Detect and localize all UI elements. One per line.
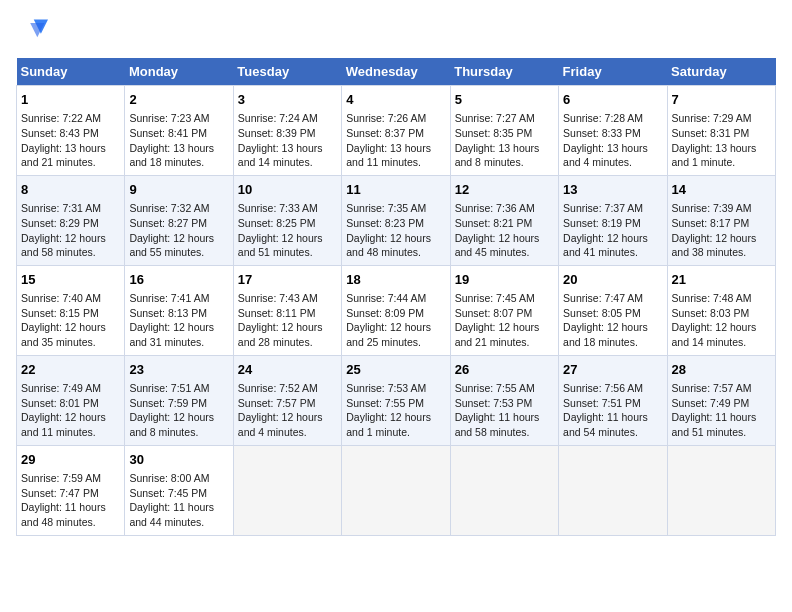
- day-info: Sunset: 8:35 PM: [455, 126, 554, 141]
- calendar-cell: [450, 445, 558, 535]
- calendar-cell: 3Sunrise: 7:24 AMSunset: 8:39 PMDaylight…: [233, 86, 341, 176]
- day-info: and 54 minutes.: [563, 425, 662, 440]
- calendar-cell: 12Sunrise: 7:36 AMSunset: 8:21 PMDayligh…: [450, 175, 558, 265]
- day-info: Sunrise: 7:55 AM: [455, 381, 554, 396]
- calendar-cell: 30Sunrise: 8:00 AMSunset: 7:45 PMDayligh…: [125, 445, 233, 535]
- calendar-cell: 17Sunrise: 7:43 AMSunset: 8:11 PMDayligh…: [233, 265, 341, 355]
- day-info: Daylight: 12 hours: [238, 320, 337, 335]
- day-info: Sunset: 8:21 PM: [455, 216, 554, 231]
- day-info: Daylight: 13 hours: [129, 141, 228, 156]
- day-info: Daylight: 13 hours: [238, 141, 337, 156]
- day-info: Sunrise: 7:22 AM: [21, 111, 120, 126]
- day-info: Daylight: 12 hours: [455, 320, 554, 335]
- calendar-cell: 7Sunrise: 7:29 AMSunset: 8:31 PMDaylight…: [667, 86, 775, 176]
- day-info: Sunrise: 7:59 AM: [21, 471, 120, 486]
- day-info: Sunrise: 7:32 AM: [129, 201, 228, 216]
- calendar-row: 8Sunrise: 7:31 AMSunset: 8:29 PMDaylight…: [17, 175, 776, 265]
- day-info: and 1 minute.: [672, 155, 771, 170]
- day-info: Sunrise: 7:43 AM: [238, 291, 337, 306]
- calendar-cell: 29Sunrise: 7:59 AMSunset: 7:47 PMDayligh…: [17, 445, 125, 535]
- day-info: Sunrise: 7:48 AM: [672, 291, 771, 306]
- day-info: Daylight: 12 hours: [672, 231, 771, 246]
- calendar-cell: 18Sunrise: 7:44 AMSunset: 8:09 PMDayligh…: [342, 265, 450, 355]
- day-info: Sunrise: 7:53 AM: [346, 381, 445, 396]
- day-number: 18: [346, 271, 445, 289]
- day-info: Sunset: 7:57 PM: [238, 396, 337, 411]
- day-info: Daylight: 13 hours: [21, 141, 120, 156]
- col-header-thursday: Thursday: [450, 58, 558, 86]
- day-info: and 58 minutes.: [455, 425, 554, 440]
- day-number: 23: [129, 361, 228, 379]
- day-info: Sunrise: 7:47 AM: [563, 291, 662, 306]
- day-info: Daylight: 13 hours: [346, 141, 445, 156]
- day-info: Sunset: 8:09 PM: [346, 306, 445, 321]
- day-number: 13: [563, 181, 662, 199]
- day-info: Daylight: 12 hours: [21, 410, 120, 425]
- day-info: Sunrise: 7:56 AM: [563, 381, 662, 396]
- day-info: Daylight: 12 hours: [129, 231, 228, 246]
- day-info: Daylight: 11 hours: [563, 410, 662, 425]
- day-number: 11: [346, 181, 445, 199]
- day-info: Sunset: 8:31 PM: [672, 126, 771, 141]
- day-info: and 31 minutes.: [129, 335, 228, 350]
- day-info: Daylight: 12 hours: [129, 320, 228, 335]
- day-info: Daylight: 12 hours: [129, 410, 228, 425]
- day-info: Daylight: 12 hours: [672, 320, 771, 335]
- day-info: and 4 minutes.: [563, 155, 662, 170]
- calendar-cell: 4Sunrise: 7:26 AMSunset: 8:37 PMDaylight…: [342, 86, 450, 176]
- calendar-cell: 1Sunrise: 7:22 AMSunset: 8:43 PMDaylight…: [17, 86, 125, 176]
- day-info: and 25 minutes.: [346, 335, 445, 350]
- day-info: and 1 minute.: [346, 425, 445, 440]
- day-info: Daylight: 12 hours: [346, 231, 445, 246]
- calendar-row: 29Sunrise: 7:59 AMSunset: 7:47 PMDayligh…: [17, 445, 776, 535]
- day-info: Sunrise: 7:28 AM: [563, 111, 662, 126]
- day-info: Daylight: 12 hours: [455, 231, 554, 246]
- calendar-cell: 13Sunrise: 7:37 AMSunset: 8:19 PMDayligh…: [559, 175, 667, 265]
- day-info: Daylight: 11 hours: [21, 500, 120, 515]
- day-info: Sunrise: 7:49 AM: [21, 381, 120, 396]
- day-number: 26: [455, 361, 554, 379]
- day-number: 25: [346, 361, 445, 379]
- day-info: Sunset: 7:59 PM: [129, 396, 228, 411]
- day-info: and 4 minutes.: [238, 425, 337, 440]
- day-info: Sunset: 8:15 PM: [21, 306, 120, 321]
- day-info: Sunrise: 7:40 AM: [21, 291, 120, 306]
- calendar-cell: 21Sunrise: 7:48 AMSunset: 8:03 PMDayligh…: [667, 265, 775, 355]
- day-info: and 45 minutes.: [455, 245, 554, 260]
- day-number: 2: [129, 91, 228, 109]
- calendar-cell: 23Sunrise: 7:51 AMSunset: 7:59 PMDayligh…: [125, 355, 233, 445]
- day-info: Sunset: 8:37 PM: [346, 126, 445, 141]
- day-number: 24: [238, 361, 337, 379]
- day-info: and 51 minutes.: [672, 425, 771, 440]
- day-info: Sunset: 7:51 PM: [563, 396, 662, 411]
- day-info: and 51 minutes.: [238, 245, 337, 260]
- day-info: Daylight: 12 hours: [563, 231, 662, 246]
- calendar-row: 1Sunrise: 7:22 AMSunset: 8:43 PMDaylight…: [17, 86, 776, 176]
- calendar-cell: 11Sunrise: 7:35 AMSunset: 8:23 PMDayligh…: [342, 175, 450, 265]
- calendar-row: 22Sunrise: 7:49 AMSunset: 8:01 PMDayligh…: [17, 355, 776, 445]
- calendar-cell: 20Sunrise: 7:47 AMSunset: 8:05 PMDayligh…: [559, 265, 667, 355]
- day-info: Sunrise: 7:44 AM: [346, 291, 445, 306]
- day-info: and 21 minutes.: [21, 155, 120, 170]
- day-info: Daylight: 12 hours: [346, 320, 445, 335]
- col-header-wednesday: Wednesday: [342, 58, 450, 86]
- day-info: Daylight: 12 hours: [346, 410, 445, 425]
- day-info: Sunrise: 7:51 AM: [129, 381, 228, 396]
- day-number: 9: [129, 181, 228, 199]
- day-info: Daylight: 11 hours: [455, 410, 554, 425]
- calendar-cell: 26Sunrise: 7:55 AMSunset: 7:53 PMDayligh…: [450, 355, 558, 445]
- day-info: Daylight: 12 hours: [563, 320, 662, 335]
- day-info: and 21 minutes.: [455, 335, 554, 350]
- calendar-cell: 28Sunrise: 7:57 AMSunset: 7:49 PMDayligh…: [667, 355, 775, 445]
- day-info: and 8 minutes.: [455, 155, 554, 170]
- calendar-cell: 24Sunrise: 7:52 AMSunset: 7:57 PMDayligh…: [233, 355, 341, 445]
- calendar-cell: [667, 445, 775, 535]
- day-info: and 18 minutes.: [129, 155, 228, 170]
- day-info: Sunrise: 7:52 AM: [238, 381, 337, 396]
- col-header-friday: Friday: [559, 58, 667, 86]
- day-number: 10: [238, 181, 337, 199]
- logo: [16, 16, 52, 48]
- day-info: and 11 minutes.: [346, 155, 445, 170]
- day-info: and 44 minutes.: [129, 515, 228, 530]
- day-info: Daylight: 11 hours: [672, 410, 771, 425]
